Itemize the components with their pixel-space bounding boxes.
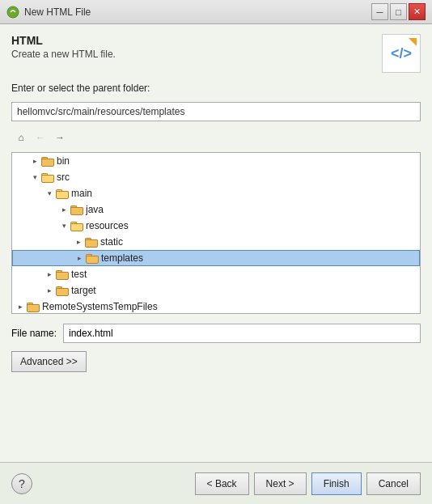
expand-icon: ▸ <box>72 235 85 248</box>
tree-label: main <box>71 188 92 199</box>
forward-button[interactable]: → <box>50 129 70 146</box>
tree-label: bin <box>57 155 70 167</box>
back-icon: ← <box>36 132 45 143</box>
tree-item-resources[interactable]: ▾resources <box>12 218 420 234</box>
window-title: New HTML File <box>24 6 91 18</box>
tree-item-java[interactable]: ▸java <box>12 201 420 218</box>
tree-toolbar: ⌂ ← → <box>11 129 421 146</box>
expand-icon: ▾ <box>57 219 70 232</box>
advanced-button[interactable]: Advanced >> <box>11 351 87 372</box>
tree-item-target[interactable]: ▸target <box>12 282 420 299</box>
finish-button[interactable]: Finish <box>311 472 362 495</box>
tree-item-RemoteSystemsTempFiles[interactable]: ▸RemoteSystemsTempFiles <box>12 299 420 314</box>
filename-row: File name: <box>11 324 421 343</box>
folder-path-input[interactable] <box>11 102 421 121</box>
tree-label: RemoteSystemsTempFiles <box>42 301 158 312</box>
expand-icon: ▾ <box>43 187 56 200</box>
folder-label: Enter or select the parent folder: <box>11 83 421 94</box>
icon-bracket-text: </> <box>391 45 412 62</box>
folder-icon <box>56 188 69 199</box>
forward-icon: → <box>55 132 65 143</box>
folder-icon <box>70 204 83 215</box>
bottom-buttons: < Back Next > Finish Cancel <box>195 472 421 495</box>
expand-icon: ▸ <box>43 284 56 297</box>
maximize-button[interactable]: □ <box>390 3 407 20</box>
dialog-body: HTML Create a new HTML file. </> Enter o… <box>0 24 432 462</box>
folder-icon <box>56 285 69 296</box>
expand-icon: ▸ <box>73 252 86 265</box>
folder-tree[interactable]: ▸bin▾src▾main▸java▾resources▸static▸temp… <box>11 152 421 314</box>
app-icon <box>6 6 19 19</box>
back-nav-button[interactable]: < Back <box>195 472 249 495</box>
filename-label: File name: <box>11 328 57 339</box>
home-icon: ⌂ <box>18 132 23 143</box>
tree-label: test <box>71 269 87 280</box>
folder-icon <box>41 172 54 183</box>
title-bar: New HTML File ─ □ ✕ <box>0 0 432 24</box>
tree-label: resources <box>86 220 129 231</box>
folder-icon <box>85 236 98 248</box>
header-section: HTML Create a new HTML file. </> <box>11 34 421 73</box>
tree-item-test[interactable]: ▸test <box>12 266 420 282</box>
bottom-left: ? <box>11 473 32 494</box>
folder-icon <box>56 269 69 280</box>
header-type: HTML <box>11 34 116 47</box>
header-description: Create a new HTML file. <box>11 49 116 60</box>
close-button[interactable]: ✕ <box>409 3 426 20</box>
expand-icon: ▸ <box>28 155 41 167</box>
cancel-button[interactable]: Cancel <box>366 472 421 495</box>
title-bar-left: New HTML File <box>6 6 91 19</box>
expand-icon: ▸ <box>43 268 56 281</box>
expand-icon: ▸ <box>14 300 27 313</box>
help-button[interactable]: ? <box>11 473 32 494</box>
svg-point-0 <box>7 6 19 18</box>
tree-label: static <box>100 236 123 248</box>
tree-label: java <box>86 204 104 215</box>
tree-item-static[interactable]: ▸static <box>12 234 420 250</box>
tree-item-main[interactable]: ▾main <box>12 185 420 201</box>
header-text: HTML Create a new HTML file. <box>11 34 116 60</box>
tree-label: target <box>71 285 96 296</box>
folder-icon <box>70 220 83 231</box>
folder-icon <box>41 155 54 167</box>
folder-icon <box>27 301 40 312</box>
home-button[interactable]: ⌂ <box>11 129 31 146</box>
bottom-bar: ? < Back Next > Finish Cancel <box>0 462 432 504</box>
tree-label: templates <box>101 252 143 264</box>
expand-icon: ▾ <box>28 171 41 184</box>
html-file-icon: </> <box>382 34 421 73</box>
window-controls: ─ □ ✕ <box>371 3 426 20</box>
next-button[interactable]: Next > <box>254 472 307 495</box>
back-button[interactable]: ← <box>31 129 50 146</box>
expand-icon: ▸ <box>57 203 70 216</box>
filename-input[interactable] <box>63 324 421 343</box>
tree-item-src[interactable]: ▾src <box>12 169 420 185</box>
tree-item-templates[interactable]: ▸templates <box>12 250 420 266</box>
tree-item-bin[interactable]: ▸bin <box>12 153 420 169</box>
tree-label: src <box>57 172 70 183</box>
folder-icon <box>86 252 99 264</box>
minimize-button[interactable]: ─ <box>371 3 388 20</box>
